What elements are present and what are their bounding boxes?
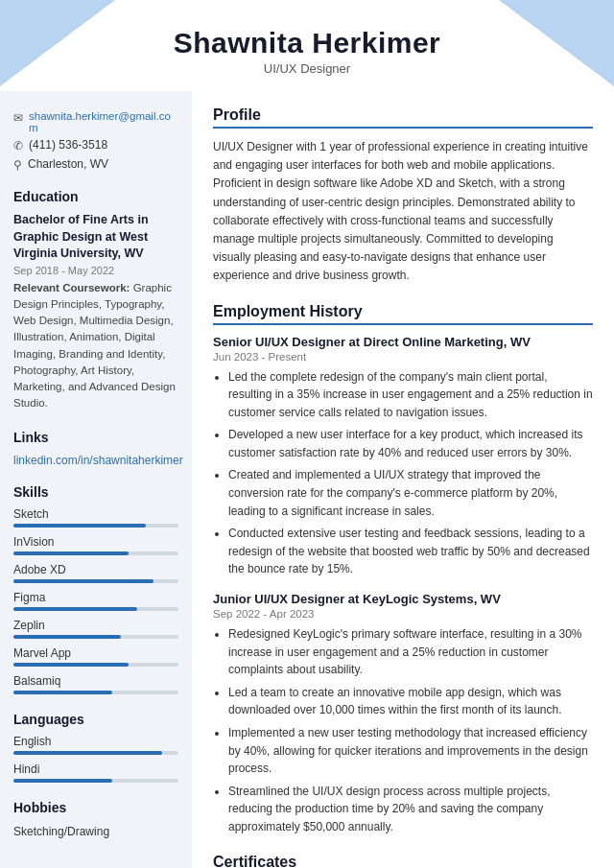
skills-section: Skills Sketch InVision Adobe XD Figma Ze… bbox=[13, 484, 178, 694]
language-bar-fill bbox=[13, 779, 112, 783]
job-title: Senior UI/UX Designer at Direct Online M… bbox=[213, 335, 593, 349]
education-dates: Sep 2018 - May 2022 bbox=[13, 265, 178, 276]
job-bullet: Implemented a new user testing methodolo… bbox=[228, 724, 593, 778]
email-icon: ✉ bbox=[13, 111, 23, 125]
skill-bar-bg bbox=[13, 691, 178, 694]
job-bullet: Redesigned KeyLogic's primary software i… bbox=[228, 625, 593, 679]
skill-bar-fill bbox=[13, 551, 129, 555]
coursework-label: Relevant Coursework: bbox=[13, 282, 130, 293]
sidebar: ✉ shawnita.herkimer@gmail.com ✆ (411) 53… bbox=[0, 91, 192, 868]
email-item: ✉ shawnita.herkimer@gmail.com bbox=[13, 110, 178, 133]
links-title: Links bbox=[13, 430, 178, 445]
skill-name: Zeplin bbox=[13, 619, 178, 632]
job-bullet: Streamlined the UI/UX design process acr… bbox=[228, 783, 593, 836]
skill-bar-fill bbox=[13, 663, 129, 667]
skill-bar-fill bbox=[13, 635, 121, 639]
language-item: Hindi bbox=[13, 762, 178, 783]
linkedin-link[interactable]: linkedin.com/in/shawnitaherkimer bbox=[13, 454, 183, 467]
linkedin-link-item: linkedin.com/in/shawnitaherkimer bbox=[13, 453, 178, 467]
location-icon: ⚲ bbox=[13, 158, 22, 172]
coursework-text: Graphic Design Principles, Typography, W… bbox=[13, 282, 176, 410]
language-bar-bg bbox=[13, 751, 178, 755]
email-link[interactable]: shawnita.herkimer@gmail.com bbox=[29, 110, 178, 133]
location-item: ⚲ Charleston, WV bbox=[13, 157, 178, 172]
job-bullet: Created and implemented a UI/UX strategy… bbox=[228, 466, 593, 520]
job-dates: Jun 2023 - Present bbox=[213, 351, 593, 363]
skill-bar-bg bbox=[13, 635, 178, 639]
profile-text: UI/UX Designer with 1 year of profession… bbox=[213, 138, 593, 286]
skill-name: Adobe XD bbox=[13, 563, 178, 576]
links-section: Links linkedin.com/in/shawnitaherkimer bbox=[13, 430, 178, 467]
certificates-section: Certificates Certified User Experience A… bbox=[213, 854, 593, 868]
language-bar-fill bbox=[13, 751, 162, 755]
job-bullets: Redesigned KeyLogic's primary software i… bbox=[213, 625, 593, 836]
main-layout: ✉ shawnita.herkimer@gmail.com ✆ (411) 53… bbox=[0, 91, 614, 868]
contact-section: ✉ shawnita.herkimer@gmail.com ✆ (411) 53… bbox=[13, 110, 178, 172]
candidate-name: Shawnita Herkimer bbox=[19, 27, 595, 59]
education-coursework: Relevant Coursework: Graphic Design Prin… bbox=[13, 280, 178, 412]
skill-name: Balsamiq bbox=[13, 674, 178, 688]
languages-title: Languages bbox=[13, 712, 178, 727]
certificates-section-title: Certificates bbox=[213, 854, 593, 868]
skill-bar-bg bbox=[13, 663, 178, 667]
skill-name: Figma bbox=[13, 591, 178, 604]
location-text: Charleston, WV bbox=[28, 157, 108, 171]
skill-bar-fill bbox=[13, 524, 146, 528]
language-name: Hindi bbox=[13, 762, 178, 776]
skills-title: Skills bbox=[13, 484, 178, 500]
skill-name: Sketch bbox=[13, 507, 178, 521]
employment-section: Employment History Senior UI/UX Designer… bbox=[213, 303, 593, 836]
employment-section-title: Employment History bbox=[213, 303, 593, 325]
phone-icon: ✆ bbox=[13, 139, 23, 152]
skill-item: Figma bbox=[13, 591, 178, 611]
skill-bar-fill bbox=[13, 691, 112, 694]
job-bullet: Led a team to create an innovative mobil… bbox=[228, 684, 593, 719]
skill-bar-fill bbox=[13, 607, 137, 611]
profile-section: Profile UI/UX Designer with 1 year of pr… bbox=[213, 106, 593, 286]
phone-item: ✆ (411) 536-3518 bbox=[13, 138, 178, 152]
hobbies-text: Sketching/Drawing bbox=[13, 823, 178, 841]
languages-list: English Hindi bbox=[13, 735, 178, 783]
main-content: Profile UI/UX Designer with 1 year of pr… bbox=[192, 91, 614, 868]
skill-item: InVision bbox=[13, 535, 178, 555]
languages-section: Languages English Hindi bbox=[13, 712, 178, 783]
skill-bar-bg bbox=[13, 524, 178, 528]
job-bullet: Led the complete redesign of the company… bbox=[228, 368, 593, 422]
jobs-list: Senior UI/UX Designer at Direct Online M… bbox=[213, 335, 593, 836]
job-dates: Sep 2022 - Apr 2023 bbox=[213, 608, 593, 620]
job-item: Senior UI/UX Designer at Direct Online M… bbox=[213, 335, 593, 579]
job-bullet: Developed a new user interface for a key… bbox=[228, 426, 593, 461]
skill-item: Marvel App bbox=[13, 646, 178, 667]
job-bullet: Conducted extensive user testing and fee… bbox=[228, 525, 593, 578]
skill-item: Zeplin bbox=[13, 619, 178, 639]
skill-bar-fill bbox=[13, 579, 154, 583]
job-bullets: Led the complete redesign of the company… bbox=[213, 368, 593, 579]
job-title: Junior UI/UX Designer at KeyLogic System… bbox=[213, 592, 593, 606]
education-title: Education bbox=[13, 189, 178, 204]
job-item: Junior UI/UX Designer at KeyLogic System… bbox=[213, 592, 593, 836]
skill-bar-bg bbox=[13, 607, 178, 611]
language-name: English bbox=[13, 735, 178, 748]
profile-section-title: Profile bbox=[213, 106, 593, 129]
skill-item: Adobe XD bbox=[13, 563, 178, 583]
skill-bar-bg bbox=[13, 551, 178, 555]
phone-text: (411) 536-3518 bbox=[29, 138, 107, 152]
resume-header: Shawnita Herkimer UI/UX Designer bbox=[0, 0, 614, 91]
hobbies-title: Hobbies bbox=[13, 800, 178, 815]
skill-name: Marvel App bbox=[13, 646, 178, 660]
skill-bar-bg bbox=[13, 579, 178, 583]
skill-name: InVision bbox=[13, 535, 178, 549]
candidate-title: UI/UX Designer bbox=[19, 61, 595, 76]
skills-list: Sketch InVision Adobe XD Figma Zeplin bbox=[13, 507, 178, 694]
language-bar-bg bbox=[13, 779, 178, 783]
skill-item: Balsamiq bbox=[13, 674, 178, 694]
hobbies-section: Hobbies Sketching/Drawing bbox=[13, 800, 178, 841]
education-section: Education Bachelor of Fine Arts in Graph… bbox=[13, 189, 178, 412]
education-degree: Bachelor of Fine Arts in Graphic Design … bbox=[13, 212, 178, 263]
language-item: English bbox=[13, 735, 178, 755]
skill-item: Sketch bbox=[13, 507, 178, 528]
